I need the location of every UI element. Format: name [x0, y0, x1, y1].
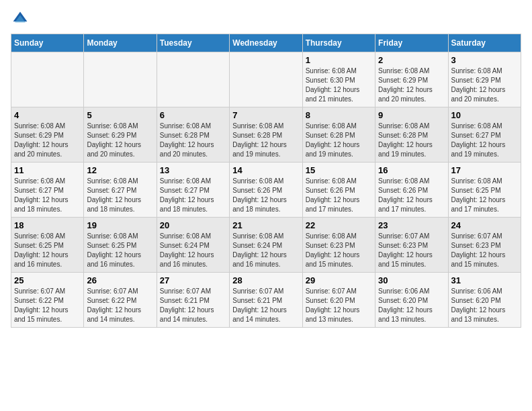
calendar-cell: 19Sunrise: 6:08 AM Sunset: 6:25 PM Dayli…	[84, 218, 157, 273]
weekday-header: Tuesday	[157, 34, 229, 52]
weekday-header: Thursday	[302, 34, 375, 52]
day-info: Sunrise: 6:08 AM Sunset: 6:26 PM Dayligh…	[232, 177, 299, 214]
day-info: Sunrise: 6:07 AM Sunset: 6:21 PM Dayligh…	[232, 287, 299, 324]
calendar-cell: 11Sunrise: 6:08 AM Sunset: 6:27 PM Dayli…	[11, 163, 84, 218]
day-number: 27	[160, 275, 226, 285]
calendar-cell: 7Sunrise: 6:08 AM Sunset: 6:28 PM Daylig…	[230, 107, 302, 163]
calendar-cell: 26Sunrise: 6:07 AM Sunset: 6:22 PM Dayli…	[84, 273, 157, 328]
logo	[11, 11, 28, 27]
calendar-cell: 10Sunrise: 6:08 AM Sunset: 6:27 PM Dayli…	[448, 107, 521, 163]
day-info: Sunrise: 6:08 AM Sunset: 6:29 PM Dayligh…	[451, 66, 518, 104]
day-number: 25	[14, 275, 81, 285]
calendar-cell: 25Sunrise: 6:07 AM Sunset: 6:22 PM Dayli…	[11, 273, 84, 328]
calendar-cell: 2Sunrise: 6:08 AM Sunset: 6:29 PM Daylig…	[375, 52, 448, 107]
calendar-cell: 28Sunrise: 6:07 AM Sunset: 6:21 PM Dayli…	[230, 273, 302, 328]
day-info: Sunrise: 6:08 AM Sunset: 6:27 PM Dayligh…	[160, 177, 226, 214]
calendar-cell: 30Sunrise: 6:06 AM Sunset: 6:20 PM Dayli…	[375, 273, 448, 328]
day-number: 18	[14, 220, 81, 230]
day-number: 12	[87, 165, 153, 175]
day-number: 16	[378, 165, 445, 175]
day-number: 24	[451, 220, 518, 230]
calendar-cell: 18Sunrise: 6:08 AM Sunset: 6:25 PM Dayli…	[11, 218, 84, 273]
day-info: Sunrise: 6:07 AM Sunset: 6:23 PM Dayligh…	[378, 232, 445, 269]
day-number: 17	[451, 165, 518, 175]
calendar-week-row: 1Sunrise: 6:08 AM Sunset: 6:30 PM Daylig…	[11, 52, 521, 107]
weekday-header: Sunday	[11, 34, 84, 52]
day-info: Sunrise: 6:08 AM Sunset: 6:23 PM Dayligh…	[306, 232, 372, 269]
day-info: Sunrise: 6:08 AM Sunset: 6:29 PM Dayligh…	[14, 122, 81, 159]
weekday-header: Monday	[84, 34, 157, 52]
weekday-row: SundayMondayTuesdayWednesdayThursdayFrid…	[11, 34, 521, 52]
day-info: Sunrise: 6:07 AM Sunset: 6:22 PM Dayligh…	[14, 287, 81, 324]
day-info: Sunrise: 6:08 AM Sunset: 6:28 PM Dayligh…	[378, 122, 445, 159]
day-number: 7	[232, 110, 299, 120]
calendar-cell: 4Sunrise: 6:08 AM Sunset: 6:29 PM Daylig…	[11, 107, 84, 163]
day-number: 8	[306, 110, 372, 120]
day-info: Sunrise: 6:08 AM Sunset: 6:25 PM Dayligh…	[14, 232, 81, 269]
calendar-cell: 8Sunrise: 6:08 AM Sunset: 6:28 PM Daylig…	[302, 107, 375, 163]
calendar-header: SundayMondayTuesdayWednesdayThursdayFrid…	[11, 34, 521, 52]
day-number: 1	[306, 55, 372, 65]
calendar-cell: 24Sunrise: 6:07 AM Sunset: 6:23 PM Dayli…	[448, 218, 521, 273]
calendar-cell: 3Sunrise: 6:08 AM Sunset: 6:29 PM Daylig…	[448, 52, 521, 107]
day-number: 30	[378, 275, 445, 285]
day-info: Sunrise: 6:07 AM Sunset: 6:21 PM Dayligh…	[160, 287, 226, 324]
calendar-cell	[84, 52, 157, 107]
day-number: 3	[451, 55, 518, 65]
calendar-cell: 6Sunrise: 6:08 AM Sunset: 6:28 PM Daylig…	[157, 107, 229, 163]
calendar-cell: 21Sunrise: 6:08 AM Sunset: 6:24 PM Dayli…	[230, 218, 302, 273]
day-number: 4	[14, 110, 81, 120]
day-number: 15	[306, 165, 372, 175]
day-number: 11	[14, 165, 81, 175]
day-info: Sunrise: 6:08 AM Sunset: 6:29 PM Dayligh…	[378, 66, 445, 104]
day-number: 9	[378, 110, 445, 120]
calendar-week-row: 25Sunrise: 6:07 AM Sunset: 6:22 PM Dayli…	[11, 273, 521, 328]
day-info: Sunrise: 6:08 AM Sunset: 6:27 PM Dayligh…	[87, 177, 153, 214]
calendar-cell: 23Sunrise: 6:07 AM Sunset: 6:23 PM Dayli…	[375, 218, 448, 273]
calendar-cell: 5Sunrise: 6:08 AM Sunset: 6:29 PM Daylig…	[84, 107, 157, 163]
day-info: Sunrise: 6:08 AM Sunset: 6:24 PM Dayligh…	[232, 232, 299, 269]
day-number: 23	[378, 220, 445, 230]
weekday-header: Wednesday	[230, 34, 302, 52]
day-number: 10	[451, 110, 518, 120]
day-number: 31	[451, 275, 518, 285]
day-number: 19	[87, 220, 153, 230]
day-info: Sunrise: 6:08 AM Sunset: 6:29 PM Dayligh…	[87, 122, 153, 159]
calendar-cell: 13Sunrise: 6:08 AM Sunset: 6:27 PM Dayli…	[157, 163, 229, 218]
day-number: 22	[306, 220, 372, 230]
calendar-week-row: 18Sunrise: 6:08 AM Sunset: 6:25 PM Dayli…	[11, 218, 521, 273]
day-info: Sunrise: 6:08 AM Sunset: 6:28 PM Dayligh…	[306, 122, 372, 159]
day-info: Sunrise: 6:06 AM Sunset: 6:20 PM Dayligh…	[378, 287, 445, 324]
calendar-cell: 31Sunrise: 6:06 AM Sunset: 6:20 PM Dayli…	[448, 273, 521, 328]
day-info: Sunrise: 6:07 AM Sunset: 6:23 PM Dayligh…	[451, 232, 518, 269]
logo-icon	[12, 11, 28, 27]
day-info: Sunrise: 6:08 AM Sunset: 6:28 PM Dayligh…	[232, 122, 299, 159]
day-number: 20	[160, 220, 226, 230]
day-info: Sunrise: 6:08 AM Sunset: 6:25 PM Dayligh…	[451, 177, 518, 214]
weekday-header: Saturday	[448, 34, 521, 52]
weekday-header: Friday	[375, 34, 448, 52]
calendar-cell: 22Sunrise: 6:08 AM Sunset: 6:23 PM Dayli…	[302, 218, 375, 273]
day-info: Sunrise: 6:08 AM Sunset: 6:25 PM Dayligh…	[87, 232, 153, 269]
day-info: Sunrise: 6:08 AM Sunset: 6:30 PM Dayligh…	[306, 66, 372, 104]
day-info: Sunrise: 6:08 AM Sunset: 6:27 PM Dayligh…	[451, 122, 518, 159]
day-number: 14	[232, 165, 299, 175]
day-number: 6	[160, 110, 226, 120]
day-info: Sunrise: 6:06 AM Sunset: 6:20 PM Dayligh…	[451, 287, 518, 324]
calendar-cell: 1Sunrise: 6:08 AM Sunset: 6:30 PM Daylig…	[302, 52, 375, 107]
day-info: Sunrise: 6:07 AM Sunset: 6:22 PM Dayligh…	[87, 287, 153, 324]
day-number: 28	[232, 275, 299, 285]
calendar-cell	[11, 52, 84, 107]
day-number: 5	[87, 110, 153, 120]
calendar-cell: 16Sunrise: 6:08 AM Sunset: 6:26 PM Dayli…	[375, 163, 448, 218]
day-number: 2	[378, 55, 445, 65]
calendar-cell: 12Sunrise: 6:08 AM Sunset: 6:27 PM Dayli…	[84, 163, 157, 218]
calendar-cell	[157, 52, 229, 107]
page-header	[11, 11, 521, 27]
day-number: 21	[232, 220, 299, 230]
calendar-cell: 20Sunrise: 6:08 AM Sunset: 6:24 PM Dayli…	[157, 218, 229, 273]
calendar-cell: 17Sunrise: 6:08 AM Sunset: 6:25 PM Dayli…	[448, 163, 521, 218]
day-number: 26	[87, 275, 153, 285]
day-number: 13	[160, 165, 226, 175]
day-info: Sunrise: 6:08 AM Sunset: 6:26 PM Dayligh…	[306, 177, 372, 214]
